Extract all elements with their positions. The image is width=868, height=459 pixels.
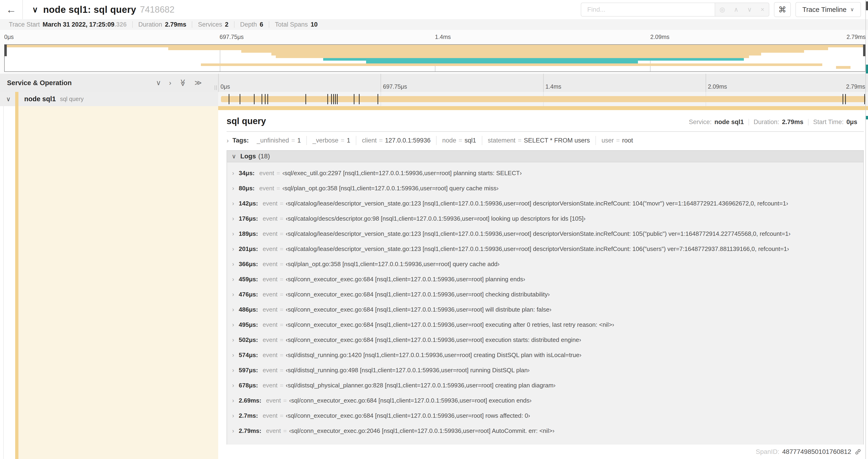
tag-value: sql1 bbox=[465, 137, 476, 144]
log-chevron-right-icon: › bbox=[232, 412, 234, 419]
minimap-span-bar bbox=[271, 53, 761, 55]
summary-item-label: Duration bbox=[138, 21, 162, 28]
trace-timeline-page: ← ∨ node sql1: sql query 7418682 ◎ ∧ ∨ ×… bbox=[0, 0, 868, 459]
log-chevron-right-icon: › bbox=[232, 276, 234, 283]
prev-result-chevron-up-icon[interactable]: ∧ bbox=[734, 6, 739, 13]
log-entry-row[interactable]: ›495μs:event=‹sql/conn_executor_exec.go:… bbox=[227, 317, 863, 332]
log-marker-tick bbox=[377, 94, 378, 104]
log-field-value: ‹sql/conn_executor_exec.go:684 [nsql1,cl… bbox=[286, 291, 550, 298]
log-entry-row[interactable]: ›459μs:event=‹sql/conn_executor_exec.go:… bbox=[227, 272, 863, 287]
expand-one-chevron-right-icon[interactable]: › bbox=[169, 79, 171, 86]
trace-summary-item: Trace StartMarch 31 2022, 17:25:09.326 bbox=[3, 21, 132, 28]
log-entry-row[interactable]: ›189μs:event=‹sql/catalog/lease/descript… bbox=[227, 226, 863, 241]
span-detail-footer: SpanID: 4877749850101760812 bbox=[218, 445, 868, 459]
log-marker-tick bbox=[845, 94, 846, 104]
view-selector-button[interactable]: Trace Timeline ∨ bbox=[796, 2, 861, 17]
log-field-key: event bbox=[266, 427, 281, 434]
span-detail-accent-bar bbox=[218, 106, 868, 110]
log-marker-tick bbox=[843, 94, 843, 104]
log-entry-row[interactable]: ›678μs:event=‹sql/distsql_physical_plann… bbox=[227, 378, 863, 393]
log-entry-row[interactable]: ›34μs:event=‹sql/exec_util.go:2297 [nsql… bbox=[227, 166, 863, 181]
clear-search-close-icon[interactable]: × bbox=[761, 6, 765, 13]
log-field-key: event bbox=[259, 185, 274, 192]
logs-accordion-header[interactable]: ∨ Logs (18) bbox=[227, 151, 863, 162]
collapse-all-double-chevron-down-icon[interactable]: ≫ bbox=[180, 79, 186, 86]
log-marker-tick bbox=[261, 94, 262, 104]
scrollbar-thumb[interactable] bbox=[866, 1, 868, 10]
log-entry-row[interactable]: ›502μs:event=‹sql/conn_executor_exec.go:… bbox=[227, 332, 863, 348]
trace-summary-item: Total Spans10 bbox=[269, 21, 323, 28]
minimap-left-scrubber-handle[interactable] bbox=[4, 44, 7, 56]
log-chevron-right-icon: › bbox=[232, 200, 234, 207]
log-entry-row[interactable]: ›2.7ms:event=‹sql/conn_executor_exec.go:… bbox=[227, 408, 863, 423]
log-marker-tick bbox=[328, 94, 328, 104]
minimap-span-bar bbox=[201, 63, 822, 66]
tags-list: _unfinished=1_verbose=1client=127.0.0.1:… bbox=[251, 136, 639, 145]
minimap-canvas[interactable] bbox=[4, 44, 866, 72]
logs-accordion: ∨ Logs (18) ›34μs:event=‹sql/exec_util.g… bbox=[226, 150, 864, 445]
overview-label: Service: bbox=[689, 119, 712, 126]
log-field-value: ‹sql/catalog/descs/descriptor.go:98 [nsq… bbox=[286, 215, 586, 222]
log-equals: = bbox=[280, 336, 283, 343]
logs-list: ›34μs:event=‹sql/exec_util.go:2297 [nsql… bbox=[227, 162, 863, 445]
tag-item: _unfinished=1 bbox=[251, 136, 306, 145]
log-field-value: ‹sql/conn_executor_exec.go:2046 [nsql1,c… bbox=[289, 427, 554, 434]
log-chevron-right-icon: › bbox=[232, 185, 234, 192]
log-marker-tick bbox=[335, 94, 336, 104]
log-entry-row[interactable]: ›142μs:event=‹sql/catalog/lease/descript… bbox=[227, 196, 863, 211]
keyboard-shortcuts-button[interactable]: ⌘ bbox=[774, 2, 791, 17]
tag-equals: = bbox=[341, 137, 344, 144]
collapse-one-chevron-down-icon[interactable]: ∨ bbox=[156, 79, 161, 86]
column-splitter-handle[interactable] bbox=[215, 85, 217, 90]
overview-value: 0μs bbox=[846, 119, 857, 126]
log-field-value: ‹sql/distsql_running.go:1420 [nsql1,clie… bbox=[286, 352, 582, 359]
log-equals: = bbox=[277, 170, 280, 177]
page-scrollbar-gutter[interactable] bbox=[865, 0, 868, 459]
log-marker-tick bbox=[864, 94, 865, 104]
expand-all-double-chevron-right-icon[interactable]: ≫ bbox=[195, 79, 202, 86]
log-field-key: event bbox=[263, 382, 278, 389]
log-field-key: event bbox=[263, 367, 278, 374]
span-name-cell[interactable]: ∨ node sql1 sql query bbox=[0, 92, 219, 106]
log-field-key: event bbox=[263, 276, 278, 283]
log-entry-row[interactable]: ›597μs:event=‹sql/distsql_running.go:498… bbox=[227, 363, 863, 378]
find-group: ◎ ∧ ∨ × bbox=[581, 3, 769, 17]
log-field-key: event bbox=[263, 412, 278, 419]
tags-label: Tags: bbox=[232, 137, 249, 144]
log-entry-row[interactable]: ›2.79ms:event=‹sql/conn_executor_exec.go… bbox=[227, 423, 863, 438]
log-entry-row[interactable]: ›176μs:event=‹sql/catalog/descs/descript… bbox=[227, 211, 863, 226]
log-entry-row[interactable]: ›574μs:event=‹sql/distsql_running.go:142… bbox=[227, 348, 863, 363]
tag-item: client=127.0.0.1:59936 bbox=[356, 136, 436, 145]
log-field-value: ‹sql/catalog/lease/descriptor_version_st… bbox=[286, 230, 790, 237]
log-field-value: ‹sql/plan_opt.go:358 [nsql1,client=127.0… bbox=[286, 261, 500, 268]
log-timestamp: 678μs: bbox=[239, 382, 258, 389]
minimap-span-bar bbox=[241, 50, 804, 53]
log-timestamp: 201μs: bbox=[239, 245, 258, 253]
timeline-ruler: 0μs697.75μs1.4ms2.09ms2.79ms bbox=[218, 74, 868, 92]
title-collapse-chevron-icon[interactable]: ∨ bbox=[32, 5, 38, 14]
log-entry-row[interactable]: ›366μs:event=‹sql/plan_opt.go:358 [nsql1… bbox=[227, 257, 863, 272]
log-entry-row[interactable]: ›80μs:event=‹sql/plan_opt.go:358 [nsql1,… bbox=[227, 181, 863, 196]
log-entry-row[interactable]: ›476μs:event=‹sql/conn_executor_exec.go:… bbox=[227, 287, 863, 302]
span-duration-bar[interactable] bbox=[221, 96, 866, 102]
log-entry-row[interactable]: ›201μs:event=‹sql/catalog/lease/descript… bbox=[227, 241, 863, 257]
log-field-value: ‹sql/conn_executor_exec.go:684 [nsql1,cl… bbox=[289, 397, 531, 404]
log-equals: = bbox=[280, 230, 283, 237]
find-input[interactable] bbox=[581, 3, 715, 17]
log-entry-row[interactable]: ›2.69ms:event=‹sql/conn_executor_exec.go… bbox=[227, 393, 863, 408]
log-field-value: ‹sql/conn_executor_exec.go:684 [nsql1,cl… bbox=[286, 412, 530, 419]
minimap-tick-label: 2.79ms bbox=[846, 34, 866, 40]
header-actions: ◎ ∧ ∨ × ⌘ Trace Timeline ∨ bbox=[581, 2, 861, 17]
back-button[interactable]: ← bbox=[0, 0, 23, 19]
log-equals: = bbox=[280, 200, 283, 207]
tag-key: node bbox=[442, 137, 456, 144]
log-chevron-right-icon: › bbox=[232, 230, 234, 237]
minimap-right-scrubber-handle[interactable] bbox=[863, 44, 865, 56]
tag-key: _unfinished bbox=[257, 137, 289, 144]
tags-accordion-header[interactable]: › Tags: _unfinished=1_verbose=1client=12… bbox=[226, 136, 864, 145]
locate-icon[interactable]: ◎ bbox=[720, 6, 725, 13]
span-collapse-chevron-down-icon[interactable]: ∨ bbox=[6, 95, 11, 103]
deep-link-icon[interactable] bbox=[855, 448, 862, 455]
log-entry-row[interactable]: ›486μs:event=‹sql/conn_executor_exec.go:… bbox=[227, 302, 863, 317]
next-result-chevron-down-icon[interactable]: ∨ bbox=[747, 6, 752, 13]
